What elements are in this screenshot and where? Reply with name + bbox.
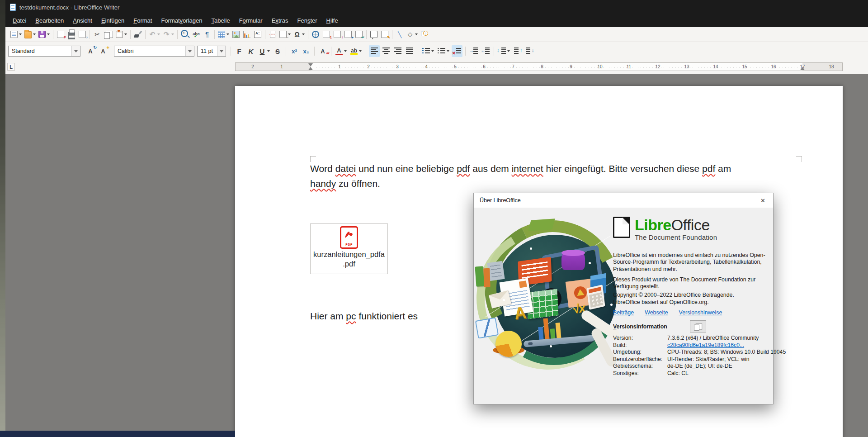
- redo-button[interactable]: ↷: [161, 28, 175, 40]
- align-center-button[interactable]: [381, 45, 392, 57]
- dropdown-arrow-icon[interactable]: [344, 50, 347, 52]
- dropdown-arrow-icon[interactable]: [359, 50, 362, 52]
- print-preview-button[interactable]: ○: [77, 28, 88, 40]
- insert-comment-button[interactable]: [368, 28, 379, 40]
- update-style-button[interactable]: A: [85, 45, 96, 57]
- clear-formatting-button[interactable]: A: [317, 45, 328, 57]
- insert-table-button[interactable]: [217, 28, 231, 40]
- dropdown-arrow-icon[interactable]: [157, 33, 160, 35]
- embedded-pdf-object[interactable]: PDF kurzanleitungen_pdfa .pdf: [310, 223, 388, 274]
- build-hash-link[interactable]: c28ca90fd6e1a19e189fc16c0...: [667, 342, 744, 349]
- insert-image-button[interactable]: [231, 28, 241, 40]
- copy-button[interactable]: [103, 28, 114, 40]
- formatting-marks-button[interactable]: ¶: [202, 28, 212, 40]
- clone-formatting-button[interactable]: [132, 28, 143, 40]
- insert-endnote-button[interactable]: i: [332, 28, 343, 40]
- numbered-list-button[interactable]: [436, 45, 451, 57]
- dropdown-arrow-icon[interactable]: [288, 33, 291, 35]
- decrease-paragraph-spacing-button[interactable]: [524, 45, 535, 57]
- insert-hyperlink-button[interactable]: [310, 28, 321, 40]
- print-button[interactable]: [66, 28, 77, 40]
- new-document-button[interactable]: [9, 28, 23, 40]
- menu-item-hilfe[interactable]: Hilfe: [322, 14, 343, 27]
- insert-bookmark-button[interactable]: ▸: [343, 28, 354, 40]
- insert-field-button[interactable]: –: [278, 28, 292, 40]
- align-left-button[interactable]: [369, 45, 380, 57]
- first-line-indent-marker[interactable]: [308, 63, 313, 66]
- cut-button[interactable]: ✂: [92, 28, 103, 40]
- menu-item-extras[interactable]: Extras: [267, 14, 293, 27]
- font-size-select[interactable]: 11 pt: [197, 46, 226, 57]
- chevron-down-icon[interactable]: [71, 46, 80, 56]
- menu-item-datei[interactable]: Datei: [8, 14, 31, 27]
- open-button[interactable]: [23, 28, 37, 40]
- basic-shapes-button[interactable]: ◇: [405, 28, 419, 40]
- find-replace-button[interactable]: [179, 28, 191, 40]
- decrease-indent-button[interactable]: [480, 45, 491, 57]
- dropdown-arrow-icon[interactable]: [507, 50, 510, 52]
- dropdown-arrow-icon[interactable]: [447, 50, 449, 52]
- show-draw-functions-button[interactable]: [419, 28, 430, 40]
- dropdown-arrow-icon[interactable]: [19, 33, 22, 35]
- bold-button[interactable]: F: [234, 45, 245, 57]
- insert-textbox-button[interactable]: [252, 28, 263, 40]
- font-name-select[interactable]: Calibri: [114, 46, 194, 57]
- menu-item-formatvorlagen[interactable]: Formatvorlagen: [156, 14, 207, 27]
- insert-special-character-button[interactable]: Ω: [292, 28, 306, 40]
- menu-item-formular[interactable]: Formular: [235, 14, 267, 27]
- menu-item-fenster[interactable]: Fenster: [293, 14, 322, 27]
- save-button[interactable]: [37, 28, 51, 40]
- dropdown-arrow-icon[interactable]: [302, 33, 305, 35]
- insert-line-button[interactable]: ╲: [394, 28, 405, 40]
- align-right-button[interactable]: [392, 45, 403, 57]
- link-beitraege[interactable]: Beiträge: [613, 309, 634, 316]
- menu-item-format[interactable]: Format: [129, 14, 156, 27]
- tab-stop-type-selector[interactable]: L: [7, 63, 15, 71]
- dropdown-arrow-icon[interactable]: [124, 33, 127, 35]
- dropdown-arrow-icon[interactable]: [33, 33, 36, 35]
- line-spacing-button[interactable]: [497, 45, 511, 57]
- paragraph-1[interactable]: Word datei und nun eine beliebige pdf au…: [310, 161, 804, 191]
- no-list-button[interactable]: [452, 45, 462, 57]
- dropdown-arrow-icon[interactable]: [171, 33, 174, 35]
- increase-indent-button[interactable]: [468, 45, 479, 57]
- bullet-list-button[interactable]: [421, 45, 435, 57]
- italic-button[interactable]: K: [245, 45, 256, 57]
- strikethrough-button[interactable]: S: [272, 45, 283, 57]
- underline-button[interactable]: U: [257, 45, 271, 57]
- increase-paragraph-spacing-button[interactable]: [512, 45, 523, 57]
- align-justify-button[interactable]: [404, 45, 415, 57]
- link-webseite[interactable]: Webseite: [645, 309, 668, 316]
- left-indent-marker[interactable]: [308, 67, 313, 70]
- close-icon[interactable]: ✕: [753, 193, 773, 208]
- horizontal-ruler[interactable]: 21123456789101112131415161718: [235, 62, 843, 71]
- export-pdf-button[interactable]: P: [55, 28, 66, 40]
- menu-item-ansicht[interactable]: Ansicht: [68, 14, 97, 27]
- paragraph-style-select[interactable]: Standard: [8, 46, 80, 57]
- chevron-down-icon[interactable]: [217, 46, 226, 56]
- insert-cross-reference-button[interactable]: ↩: [354, 28, 364, 40]
- undo-button[interactable]: ↶: [147, 28, 161, 40]
- subscript-button[interactable]: x₂: [301, 45, 311, 57]
- menu-item-bearbeiten[interactable]: Bearbeiten: [31, 14, 68, 27]
- dropdown-arrow-icon[interactable]: [47, 33, 50, 35]
- paste-button[interactable]: [114, 28, 128, 40]
- dropdown-arrow-icon[interactable]: [226, 33, 229, 35]
- copy-version-info-button[interactable]: [690, 320, 706, 332]
- insert-footnote-button[interactable]: 1: [321, 28, 332, 40]
- dropdown-arrow-icon[interactable]: [267, 50, 270, 52]
- new-style-button[interactable]: A: [98, 45, 108, 57]
- spelling-button[interactable]: abc: [191, 28, 202, 40]
- menu-item-tabelle[interactable]: Tabelle: [207, 14, 234, 27]
- chevron-down-icon[interactable]: [185, 46, 194, 56]
- track-changes-button[interactable]: ✎: [379, 28, 390, 40]
- link-versionshinweise[interactable]: Versionshinweise: [679, 309, 722, 316]
- menu-item-einfuegen[interactable]: Einfügen: [97, 14, 129, 27]
- dropdown-arrow-icon[interactable]: [415, 33, 418, 35]
- insert-chart-button[interactable]: [241, 28, 252, 40]
- highlight-color-button[interactable]: ab: [349, 45, 363, 57]
- superscript-button[interactable]: x²: [289, 45, 300, 57]
- dropdown-arrow-icon[interactable]: [431, 50, 434, 52]
- font-color-button[interactable]: A: [334, 45, 348, 57]
- insert-page-break-button[interactable]: [267, 28, 278, 40]
